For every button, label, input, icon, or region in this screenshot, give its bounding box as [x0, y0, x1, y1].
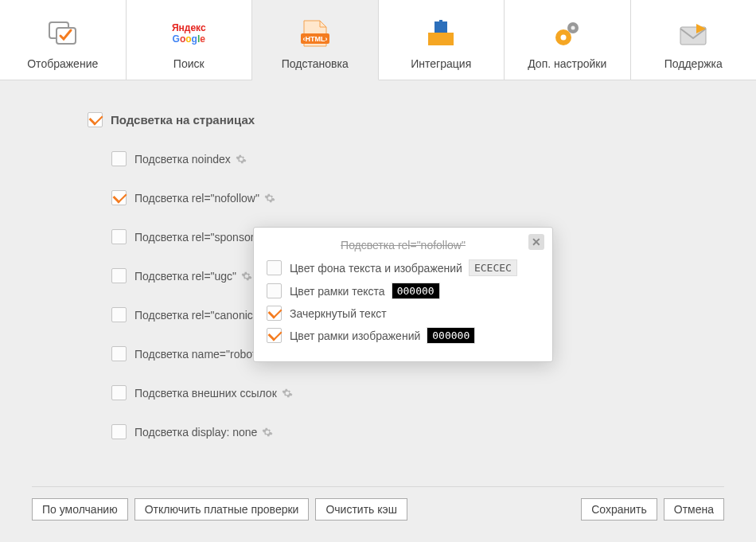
popup-strike-checkbox[interactable]	[267, 306, 282, 321]
option-checkbox[interactable]	[111, 385, 127, 400]
html-icon: ‹HTML›	[298, 18, 333, 49]
footer-bar: По умолчанию Отключить платные проверки …	[32, 486, 724, 521]
save-button[interactable]: Сохранить	[581, 498, 657, 521]
gear-icon[interactable]	[241, 271, 252, 282]
svg-rect-7	[439, 20, 442, 23]
tab-label: Доп. настройки	[528, 57, 606, 70]
option-label: Подсветка noindex	[134, 153, 231, 166]
tab-label: Отображение	[27, 57, 98, 70]
gear-icon[interactable]	[236, 154, 247, 165]
puzzle-icon	[427, 18, 455, 49]
section-heading: Подсветка на страницах	[88, 112, 724, 127]
tab-advanced[interactable]: Доп. настройки	[505, 0, 631, 80]
search-icon: Яндекс Google	[172, 18, 206, 49]
option-row: Подсветка rel="nofollow"	[111, 190, 724, 205]
section-title: Подсветка на страницах	[111, 113, 255, 127]
nofollow-settings-popup: ✕ Подсветка rel="nofollow" Цвет фона тек…	[253, 227, 553, 362]
svg-rect-5	[441, 33, 454, 45]
option-row: Подсветка display: none	[111, 424, 724, 439]
tab-label: Поиск	[173, 57, 205, 70]
popup-label: Зачеркнутый текст	[290, 307, 387, 320]
gear-icon[interactable]	[264, 193, 275, 204]
svg-rect-4	[428, 33, 441, 45]
option-label: Подсветка rel="nofollow"	[134, 192, 259, 205]
popup-label: Цвет рамки изображений	[290, 329, 420, 342]
popup-title: Подсветка rel="nofollow"	[267, 239, 540, 252]
gears-icon	[551, 18, 583, 49]
tab-substitution[interactable]: ‹HTML› Подстановка	[252, 0, 379, 80]
option-label: Подсветка display: none	[134, 426, 257, 439]
app-window: Отображение Яндекс Google Поиск ‹HTML› П…	[0, 0, 756, 542]
display-icon	[47, 18, 79, 49]
option-row: Подсветка внешних ссылок	[111, 385, 724, 400]
option-checkbox[interactable]	[111, 424, 127, 439]
section-checkbox[interactable]	[88, 112, 103, 127]
option-row: Подсветка noindex	[111, 151, 724, 166]
color-swatch-bg[interactable]: ECECEC	[469, 259, 517, 276]
tab-label: Подстановка	[282, 57, 349, 70]
svg-rect-6	[435, 21, 447, 33]
clear-cache-button[interactable]: Очистить кэш	[315, 498, 407, 521]
option-label: Подсветка rel="ugc"	[134, 270, 236, 283]
gear-icon[interactable]	[262, 427, 273, 438]
defaults-button[interactable]: По умолчанию	[32, 498, 128, 521]
cancel-button[interactable]: Отмена	[664, 498, 724, 521]
tab-label: Поддержка	[664, 57, 723, 70]
option-checkbox[interactable]	[111, 268, 127, 283]
color-swatch-text-border[interactable]: 000000	[392, 283, 440, 299]
option-label: Подсветка name="robots"	[134, 348, 265, 361]
settings-panel: Подсветка на страницах Подсветка noindex…	[0, 80, 756, 542]
option-checkbox[interactable]	[111, 346, 127, 361]
option-label: Подсветка rel="sponsored"	[134, 231, 271, 244]
tab-support[interactable]: Поддержка	[631, 0, 757, 80]
option-checkbox[interactable]	[111, 190, 127, 205]
popup-text-border-checkbox[interactable]	[267, 283, 282, 298]
gear-icon[interactable]	[282, 388, 293, 399]
tab-bar: Отображение Яндекс Google Поиск ‹HTML› П…	[0, 0, 756, 80]
popup-bg-checkbox[interactable]	[267, 260, 282, 275]
popup-label: Цвет фона текста и изображений	[290, 262, 462, 275]
color-swatch-img-border[interactable]: 000000	[427, 327, 475, 344]
tab-label: Интеграция	[411, 57, 471, 70]
disable-paid-button[interactable]: Отключить платные проверки	[134, 498, 310, 521]
mail-icon	[677, 18, 709, 49]
option-checkbox[interactable]	[111, 307, 127, 322]
popup-label: Цвет рамки текста	[290, 285, 385, 298]
tab-display[interactable]: Отображение	[0, 0, 127, 80]
tab-search[interactable]: Яндекс Google Поиск	[127, 0, 253, 80]
option-checkbox[interactable]	[111, 151, 127, 166]
option-label: Подсветка внешних ссылок	[134, 387, 277, 400]
close-icon[interactable]: ✕	[528, 234, 544, 250]
svg-point-11	[560, 35, 566, 41]
tab-integration[interactable]: Интеграция	[379, 0, 505, 80]
svg-text:‹HTML›: ‹HTML›	[302, 35, 327, 43]
option-checkbox[interactable]	[111, 229, 127, 244]
svg-point-9	[571, 26, 575, 30]
option-label: Подсветка rel="canonical"	[134, 309, 266, 322]
popup-img-border-checkbox[interactable]	[267, 328, 282, 343]
